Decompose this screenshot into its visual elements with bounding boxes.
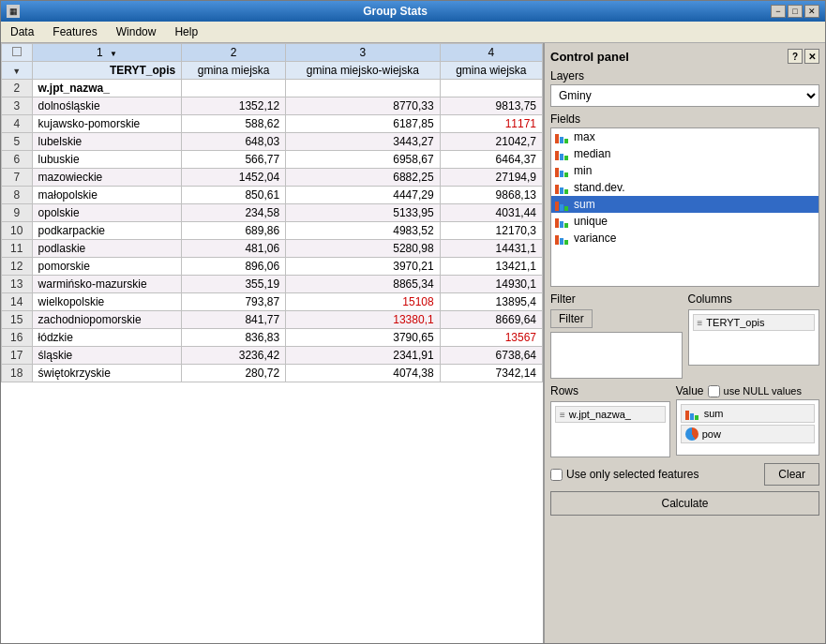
- table-scroll[interactable]: 1 ▼ 2 3 4 ▼ TERYT_opis gmin: [1, 43, 543, 643]
- col3-header[interactable]: 3: [286, 44, 441, 62]
- col1-sort-icon: ▼: [110, 50, 117, 58]
- row-name: lubuskie: [32, 151, 182, 169]
- value-drag-item[interactable]: sum: [681, 404, 815, 423]
- maximize-button[interactable]: □: [788, 5, 803, 18]
- row-name: łódzkie: [32, 329, 182, 347]
- field-item[interactable]: max: [551, 128, 818, 145]
- field-item[interactable]: sum: [551, 196, 818, 213]
- filter-button[interactable]: Filter: [550, 309, 593, 328]
- clear-button[interactable]: Clear: [764, 463, 819, 486]
- minimize-button[interactable]: −: [771, 5, 786, 18]
- columns-drag-item[interactable]: ≡ TERYT_opis: [693, 314, 816, 331]
- row-col3: 3443,27: [286, 133, 441, 151]
- control-panel: Control panel ? ✕ Layers Gminy Fields: [545, 43, 825, 643]
- field-bar-icon: [555, 232, 570, 245]
- row-col4: 9813,75: [440, 97, 542, 115]
- rows-drag-item[interactable]: ≡ w.jpt_nazwa_: [555, 406, 666, 423]
- row-col2: 280,72: [182, 365, 286, 382]
- table-row: 10podkarpackie689,864983,5212170,3: [2, 222, 543, 240]
- row-number: 12: [2, 258, 33, 276]
- filter-drop-zone: [550, 332, 683, 379]
- columns-drop-zone: ≡ TERYT_opis: [688, 309, 820, 366]
- columns-item-label: TERYT_opis: [706, 317, 764, 328]
- col4-label: gmina wiejska: [440, 62, 542, 80]
- table-row: 13warmińsko-mazurskie355,198865,3414930,…: [2, 276, 543, 293]
- table-row: 6lubuskie566,776958,676464,37: [2, 151, 543, 169]
- columns-label: Columns: [688, 292, 820, 306]
- row-col4: 13567: [440, 329, 542, 347]
- null-check-row: Value use NULL values: [676, 384, 819, 397]
- layers-select[interactable]: Gminy: [550, 84, 819, 107]
- row-col2: 3236,42: [182, 347, 286, 365]
- app-icon: ▦: [7, 5, 20, 18]
- columns-box: Columns ≡ TERYT_opis: [688, 292, 820, 379]
- row-number: 6: [2, 151, 33, 169]
- fields-list[interactable]: maxmedianminstand.dev.sumuniquevariance: [550, 127, 819, 287]
- use-selected-checkbox[interactable]: [550, 469, 563, 481]
- row-col3: 8770,33: [286, 97, 441, 115]
- menu-data[interactable]: Data: [5, 23, 39, 40]
- row-name: zachodniopomorskie: [32, 311, 182, 329]
- row-col2: 850,61: [182, 187, 286, 204]
- field-label: sum: [574, 198, 595, 211]
- row-number: 8: [2, 187, 33, 204]
- row-col3: 8865,34: [286, 276, 441, 293]
- calculate-button[interactable]: Calculate: [550, 491, 819, 516]
- close-button[interactable]: ✕: [804, 5, 819, 18]
- col2-header[interactable]: 2: [182, 44, 286, 62]
- null-values-checkbox[interactable]: [708, 385, 720, 397]
- row-name: świętokrzyskie: [32, 365, 182, 382]
- row-name: śląskie: [32, 347, 182, 365]
- row-name: w.jpt_nazwa_: [32, 80, 182, 97]
- row-number: 9: [2, 204, 33, 222]
- sort-indicator: ▼: [2, 62, 33, 80]
- window-title: Group Stats: [20, 5, 771, 18]
- rows-drop-zone: ≡ w.jpt_nazwa_: [550, 401, 670, 457]
- rows-label: Rows: [550, 384, 670, 397]
- table-row: 12pomorskie896,063970,2113421,1: [2, 258, 543, 276]
- table-row: 16łódzkie836,833790,6513567: [2, 329, 543, 347]
- value-drag-item[interactable]: pow: [681, 425, 815, 443]
- title-bar: ▦ Group Stats − □ ✕: [1, 1, 825, 22]
- field-item[interactable]: variance: [551, 230, 818, 247]
- menu-window[interactable]: Window: [111, 23, 162, 40]
- value-item-label: sum: [704, 408, 724, 419]
- row-col4: 11171: [440, 115, 542, 133]
- menu-features[interactable]: Features: [47, 23, 102, 40]
- field-bar-icon: [555, 130, 570, 143]
- filter-columns-row: Filter Filter Columns ≡ TERYT_opis: [550, 292, 819, 379]
- col1-header[interactable]: 1 ▼: [32, 44, 182, 62]
- cp-close-icon[interactable]: ✕: [804, 49, 819, 64]
- fields-section: Fields maxmedianminstand.dev.sumuniqueva…: [550, 112, 819, 287]
- row-name: lubelskie: [32, 133, 182, 151]
- table-row: 7mazowieckie1452,046882,2527194,9: [2, 169, 543, 187]
- table-row: 15zachodniopomorskie841,7713380,18669,64: [2, 311, 543, 329]
- menu-help[interactable]: Help: [169, 23, 203, 40]
- row-col4: 7342,14: [440, 365, 542, 382]
- table-row: 18świętokrzyskie280,724074,387342,14: [2, 365, 543, 382]
- row-col2: 355,19: [182, 276, 286, 293]
- row-col4: 14930,1: [440, 276, 542, 293]
- table-row: 3dolnośląskie1352,128770,339813,75: [2, 97, 543, 115]
- row-number: 4: [2, 115, 33, 133]
- row-col2: 689,86: [182, 222, 286, 240]
- row-col3: 5280,98: [286, 240, 441, 258]
- row-col2: 841,77: [182, 311, 286, 329]
- use-selected-label: Use only selected features: [566, 468, 698, 481]
- field-item[interactable]: stand.dev.: [551, 179, 818, 196]
- row-col2: 648,03: [182, 133, 286, 151]
- row-col4: 12170,3: [440, 222, 542, 240]
- col4-header[interactable]: 4: [440, 44, 542, 62]
- cp-help-icon[interactable]: ?: [788, 49, 803, 64]
- layers-select-wrapper[interactable]: Gminy: [550, 84, 819, 107]
- row-number: 7: [2, 169, 33, 187]
- row-col4: 4031,44: [440, 204, 542, 222]
- row-col2: 234,58: [182, 204, 286, 222]
- rows-item-label: w.jpt_nazwa_: [569, 409, 631, 420]
- drag-icon: ≡: [698, 318, 703, 328]
- field-bar-icon: [555, 147, 570, 160]
- field-item[interactable]: median: [551, 145, 818, 162]
- field-item[interactable]: unique: [551, 213, 818, 230]
- field-item[interactable]: min: [551, 162, 818, 179]
- row-col3: 13380,1: [286, 311, 441, 329]
